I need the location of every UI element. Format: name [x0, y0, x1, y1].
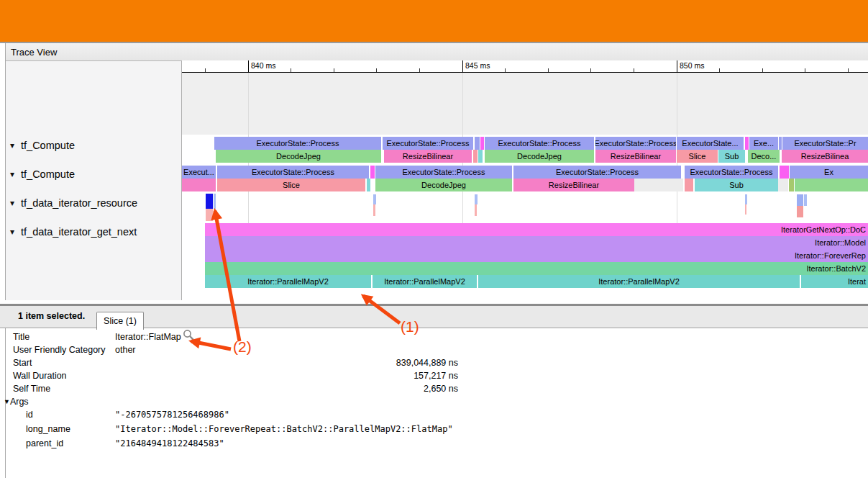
trace-slice[interactable]: [778, 179, 788, 191]
trace-slice-executorstate-process[interactable]: ExecutorState::Process: [685, 166, 778, 179]
trace-slice[interactable]: [370, 166, 375, 179]
category-value: other: [115, 344, 136, 356]
trace-slice[interactable]: [797, 206, 803, 217]
trace-slice[interactable]: [373, 194, 376, 204]
trace-slice-iterat[interactable]: Iterat: [801, 275, 868, 288]
trace-slice-executorstate-process[interactable]: ExecutorState::Process: [595, 137, 676, 150]
trace-slice[interactable]: [475, 204, 477, 216]
start-label: Start: [13, 357, 32, 369]
trace-slice[interactable]: [685, 179, 693, 191]
track-label: tf_data_iterator_get_next: [21, 226, 137, 238]
time-ruler: 840 ms845 ms850 ms: [182, 60, 868, 73]
trace-slice[interactable]: [475, 194, 478, 204]
title-label: Title: [13, 331, 29, 343]
trace-slice[interactable]: [745, 204, 746, 215]
trace-slice-slice[interactable]: Slice: [217, 179, 365, 191]
track-label: tf_Compute: [21, 168, 75, 180]
trace-slice-resizebilinea[interactable]: ResizeBilinea: [782, 150, 868, 163]
track-label: tf_Compute: [21, 140, 75, 151]
trace-slice-sub[interactable]: Sub: [718, 150, 745, 163]
collapse-triangle-icon[interactable]: ▾: [10, 225, 14, 238]
category-label: User Friendly Category: [13, 344, 106, 356]
trace-slice[interactable]: [206, 194, 213, 209]
trace-slice-decodejpeg[interactable]: DecodeJpeg: [375, 179, 512, 191]
top-banner: [0, 0, 868, 42]
trace-slice-slice[interactable]: Slice: [677, 150, 718, 163]
start-value: 839,044,889 ns: [115, 357, 458, 369]
trace-slice[interactable]: [373, 204, 375, 216]
trace-slice-executorstate-process[interactable]: ExecutorState::Process: [217, 166, 369, 179]
trace-slice[interactable]: [473, 150, 478, 163]
trace-view-header: Trace View: [5, 43, 868, 61]
empty-track-band: [182, 73, 868, 135]
trace-slice-executorstate-process[interactable]: ExecutorState::Process: [383, 137, 473, 150]
arg-long-name-key: long_name: [26, 423, 70, 435]
trace-slice-iterator-parallelmapv2[interactable]: Iterator::ParallelMapV2: [373, 275, 477, 288]
trace-viewer-page: Trace View ▾tf_Compute▾tf_Compute▾tf_dat…: [0, 0, 868, 478]
trace-slice-iterator-foreverrep[interactable]: Iterator::ForeverRep: [205, 249, 868, 262]
trace-slice-executorstate-process[interactable]: ExecutorState::Process: [485, 137, 594, 150]
tab-slice[interactable]: Slice (1): [96, 312, 144, 330]
trace-slice-sub[interactable]: Sub: [695, 179, 778, 191]
ruler-minor-ticks: [182, 68, 868, 72]
wall-duration-label: Wall Duration: [13, 370, 67, 382]
trace-slice-iteratorgetnextop-doc[interactable]: IteratorGetNextOp::DoC: [205, 223, 868, 236]
trace-slice-iterator-batchv2[interactable]: Iterator::BatchV2: [205, 262, 868, 275]
trace-slice[interactable]: [480, 137, 484, 150]
trace-slice[interactable]: [475, 137, 480, 150]
trace-slice-iterator-parallelmapv2[interactable]: Iterator::ParallelMapV2: [478, 275, 800, 288]
args-collapse-triangle-icon[interactable]: ▼: [4, 398, 10, 405]
trace-slice[interactable]: [478, 150, 483, 163]
trace-slice[interactable]: [206, 209, 213, 221]
trace-slice[interactable]: [182, 179, 216, 191]
trace-slice[interactable]: [745, 137, 749, 150]
magnifier-icon[interactable]: [183, 329, 195, 341]
trace-slice-executorstate-process[interactable]: ExecutorState::Process: [375, 166, 512, 179]
trace-slice-exe-[interactable]: Exe...: [749, 137, 778, 150]
collapse-triangle-icon[interactable]: ▾: [10, 168, 14, 181]
trace-slice-decodejpeg[interactable]: DecodeJpeg: [216, 150, 381, 163]
trace-slice-resizebilinear[interactable]: ResizeBilinear: [513, 179, 634, 191]
trace-slice-execut-[interactable]: Execut...: [182, 166, 216, 179]
trace-slice[interactable]: [214, 194, 216, 209]
trace-slice[interactable]: [780, 166, 789, 179]
trace-slice-resizebilinear[interactable]: ResizeBilinear: [595, 150, 676, 163]
trace-slice-executorstate-[interactable]: ExecutorState...: [677, 137, 744, 150]
trace-slice[interactable]: [367, 179, 370, 191]
timeline-canvas[interactable]: 840 ms845 ms850 ms ExecutorState::Proces…: [182, 60, 868, 300]
trace-slice-decodejpeg[interactable]: DecodeJpeg: [485, 150, 594, 163]
trace-slice-executorstate-process[interactable]: ExecutorState::Process: [214, 137, 381, 150]
self-time-value: 2,650 ns: [115, 383, 458, 394]
title-value: Iterator::FlatMap: [115, 331, 181, 343]
wall-duration-value: 157,217 ns: [115, 370, 458, 382]
collapse-triangle-icon[interactable]: ▾: [10, 139, 14, 152]
track-tf_Compute[interactable]: ▾tf_Compute: [10, 168, 75, 181]
collapse-triangle-icon[interactable]: ▾: [10, 197, 14, 209]
trace-slice-deco-[interactable]: Deco...: [748, 150, 780, 163]
track-label: tf_data_iterator_resource: [21, 197, 137, 209]
trace-slice[interactable]: [789, 179, 794, 191]
trace-slice[interactable]: [797, 194, 803, 206]
trace-slice-ex[interactable]: Ex: [790, 166, 868, 179]
self-time-label: Self Time: [13, 383, 50, 394]
arg-id-value: "-2670575781256468986": [115, 409, 229, 420]
track-tf_Compute[interactable]: ▾tf_Compute: [10, 139, 75, 152]
trace-slice[interactable]: [795, 179, 868, 191]
trace-slice[interactable]: [634, 179, 683, 191]
arg-id-key: id: [26, 409, 33, 420]
trace-slice[interactable]: [804, 194, 807, 206]
arg-parent-id-value: "2164849418122484583": [115, 438, 224, 449]
trace-slice[interactable]: [745, 194, 747, 204]
ruler-major-tick: 850 ms: [677, 60, 677, 72]
trace-slice-resizebilinear[interactable]: ResizeBilinear: [384, 150, 472, 163]
trace-slice-executorstate-process[interactable]: ExecutorState::Process: [513, 166, 681, 179]
analysis-body: Title Iterator::FlatMap User Friendly Ca…: [6, 328, 868, 478]
trace-view-title: Trace View: [5, 47, 57, 58]
trace-slice-iterator-parallelmapv2[interactable]: Iterator::ParallelMapV2: [205, 275, 371, 288]
trace-slice[interactable]: [779, 137, 782, 150]
panel-splitter[interactable]: [0, 300, 868, 306]
trace-slice-executorstate-pr[interactable]: ExecutorState::Pr: [782, 137, 868, 150]
track-tf_data_iterator_get_next[interactable]: ▾tf_data_iterator_get_next: [10, 225, 137, 238]
track-tf_data_iterator_resource[interactable]: ▾tf_data_iterator_resource: [10, 197, 137, 209]
trace-slice-iterator-model[interactable]: Iterator::Model: [205, 236, 868, 249]
